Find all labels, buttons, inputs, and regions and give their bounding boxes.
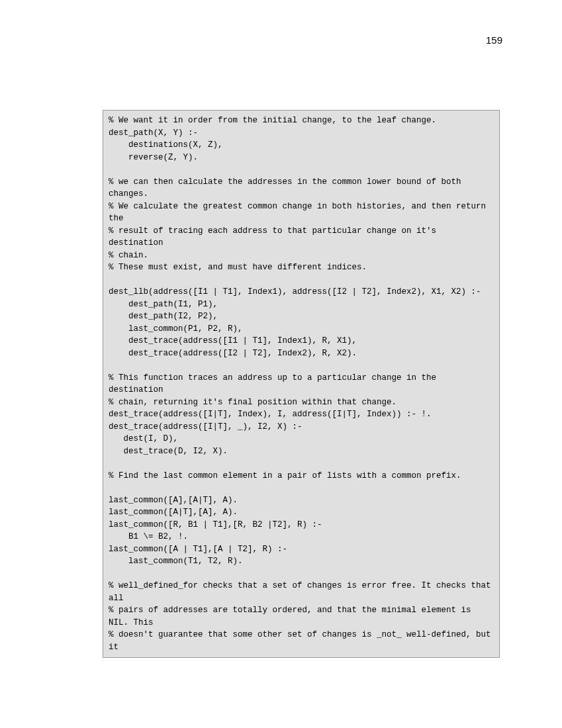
page-number: 159 xyxy=(486,34,502,46)
code-block: % We want it in order from the initial c… xyxy=(103,110,500,658)
